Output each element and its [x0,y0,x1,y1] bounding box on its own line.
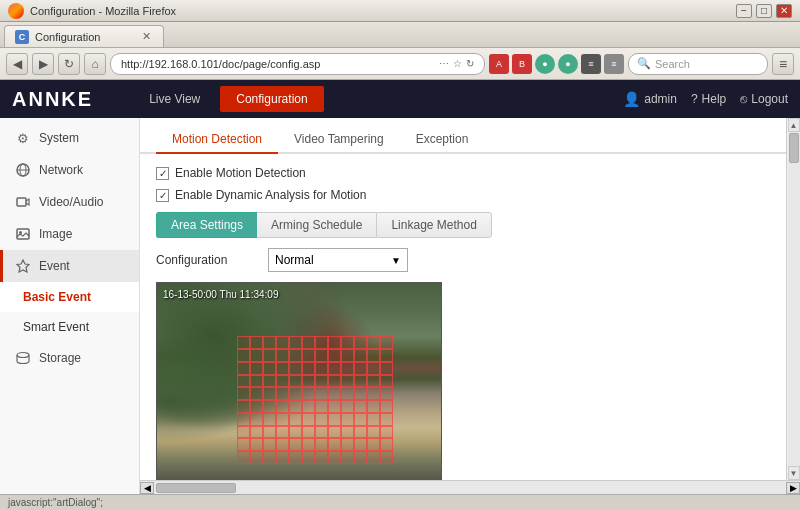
sidebar-event-label: Event [39,259,70,273]
user-icon: 👤 [623,91,640,107]
help-label: Help [702,92,727,106]
tab-video-tampering[interactable]: Video Tampering [278,126,400,154]
sidebar-item-image[interactable]: Image [0,218,139,250]
search-icon: 🔍 [637,57,651,70]
browser-titlebar: Configuration - Mozilla Firefox − □ ✕ [0,0,800,22]
ext-icon-1: A [489,54,509,74]
config-label: Configuration [156,253,256,267]
config-row: Configuration Normal ▼ [156,248,770,272]
network-icon [15,162,31,178]
logout-button[interactable]: ⎋ Logout [740,92,788,106]
bookmark-icon[interactable]: ⋯ [439,58,449,69]
sub-tab-area-settings[interactable]: Area Settings [156,212,257,238]
event-icon [15,258,31,274]
enable-motion-checkbox[interactable] [156,167,169,180]
sidebar-system-label: System [39,131,79,145]
logout-icon: ⎋ [740,92,747,106]
horizontal-scrollbar[interactable]: ◀ ▶ [140,480,800,494]
address-bar-icons: ⋯ ☆ ↻ [439,58,474,69]
browser-addressbar: ◀ ▶ ↻ ⌂ http://192.168.0.101/doc/page/co… [0,48,800,80]
sidebar-item-network[interactable]: Network [0,154,139,186]
forward-button[interactable]: ▶ [32,53,54,75]
sidebar-item-video-audio[interactable]: Video/Audio [0,186,139,218]
help-button[interactable]: ? Help [691,92,726,106]
maximize-button[interactable]: □ [756,4,772,18]
browser-search-bar[interactable]: 🔍 Search [628,53,768,75]
sidebar-smart-event-label: Smart Event [23,320,89,334]
url-text: http://192.168.0.101/doc/page/config.asp [121,58,439,70]
user-icon-item: 👤 admin [623,91,677,107]
sub-tabs: Area Settings Arming Schedule Linkage Me… [156,212,770,238]
checkbox-enable-motion[interactable]: Enable Motion Detection [156,166,770,180]
scroll-right-arrow[interactable]: ▶ [786,482,800,494]
back-button[interactable]: ◀ [6,53,28,75]
address-bar[interactable]: http://192.168.0.101/doc/page/config.asp… [110,53,485,75]
logout-label: Logout [751,92,788,106]
system-icon: ⚙ [15,130,31,146]
help-icon: ? [691,92,698,106]
sub-tab-linkage-method[interactable]: Linkage Method [376,212,491,238]
sidebar-item-basic-event[interactable]: Basic Event [0,282,139,312]
enable-dynamic-checkbox[interactable] [156,189,169,202]
header-user-area: 👤 admin ? Help ⎋ Logout [623,91,788,107]
username-label: admin [644,92,677,106]
sidebar-item-smart-event[interactable]: Smart Event [0,312,139,342]
sidebar-item-storage[interactable]: Storage [0,342,139,374]
annke-logo: ANNKE [12,88,93,111]
browser-tab-active[interactable]: C Configuration ✕ [4,25,164,47]
config-dropdown-arrow: ▼ [391,255,401,266]
ext-icon-3: ● [535,54,555,74]
header-nav: Live View Configuration [133,86,324,112]
scroll-left-arrow[interactable]: ◀ [140,482,154,494]
window-controls: − □ ✕ [736,4,792,18]
enable-dynamic-label: Enable Dynamic Analysis for Motion [175,188,366,202]
enable-motion-label: Enable Motion Detection [175,166,306,180]
h-scroll-thumb[interactable] [156,483,236,493]
video-icon [15,194,31,210]
tab-motion-detection[interactable]: Motion Detection [156,126,278,154]
scroll-track [788,132,800,466]
checkbox-enable-dynamic[interactable]: Enable Dynamic Analysis for Motion [156,188,770,202]
storage-icon [15,350,31,366]
reload-button[interactable]: ↻ [58,53,80,75]
scroll-thumb[interactable] [789,133,799,163]
vertical-scrollbar[interactable]: ▲ ▼ [786,118,800,480]
tab-close-button[interactable]: ✕ [139,30,153,44]
refresh-icon[interactable]: ↻ [466,58,474,69]
search-placeholder: Search [655,58,690,70]
sidebar-image-label: Image [39,227,72,241]
svg-rect-3 [17,198,26,206]
menu-button[interactable]: ≡ [772,53,794,75]
ext-icon-6: ≡ [604,54,624,74]
status-bar: javascript:"artDialog"; [0,494,800,510]
app-frame: ANNKE Live View Configuration 👤 admin ? … [0,80,800,494]
config-value: Normal [275,253,314,267]
ext-icon-2: B [512,54,532,74]
video-timestamp: 16-13-50:00 Thu 11:34:09 [163,289,278,300]
video-feed: 16-13-50:00 Thu 11:34:09 [156,282,442,480]
minimize-button[interactable]: − [736,4,752,18]
close-button[interactable]: ✕ [776,4,792,18]
browser-tabs-bar: C Configuration ✕ [0,22,800,48]
nav-configuration[interactable]: Configuration [220,86,323,112]
svg-point-7 [17,353,29,358]
motion-detection-grid[interactable] [237,336,393,464]
main-content: Motion Detection Video Tampering Excepti… [140,118,786,480]
home-button[interactable]: ⌂ [84,53,106,75]
sidebar-basic-event-label: Basic Event [23,290,91,304]
sidebar-item-event[interactable]: Event [0,250,139,282]
nav-live-view[interactable]: Live View [133,86,216,112]
svg-point-5 [19,231,22,234]
app-header: ANNKE Live View Configuration 👤 admin ? … [0,80,800,118]
config-select[interactable]: Normal ▼ [268,248,408,272]
star-icon[interactable]: ☆ [453,58,462,69]
image-icon [15,226,31,242]
tab-exception[interactable]: Exception [400,126,485,154]
scroll-up-arrow[interactable]: ▲ [788,118,800,132]
svg-marker-6 [17,260,29,272]
sidebar-item-system[interactable]: ⚙ System [0,122,139,154]
main-layout: ⚙ System Network Video/Audio Image [0,118,800,494]
scroll-down-arrow[interactable]: ▼ [788,466,800,480]
ext-icon-4: ● [558,54,578,74]
sub-tab-arming-schedule[interactable]: Arming Schedule [257,212,376,238]
